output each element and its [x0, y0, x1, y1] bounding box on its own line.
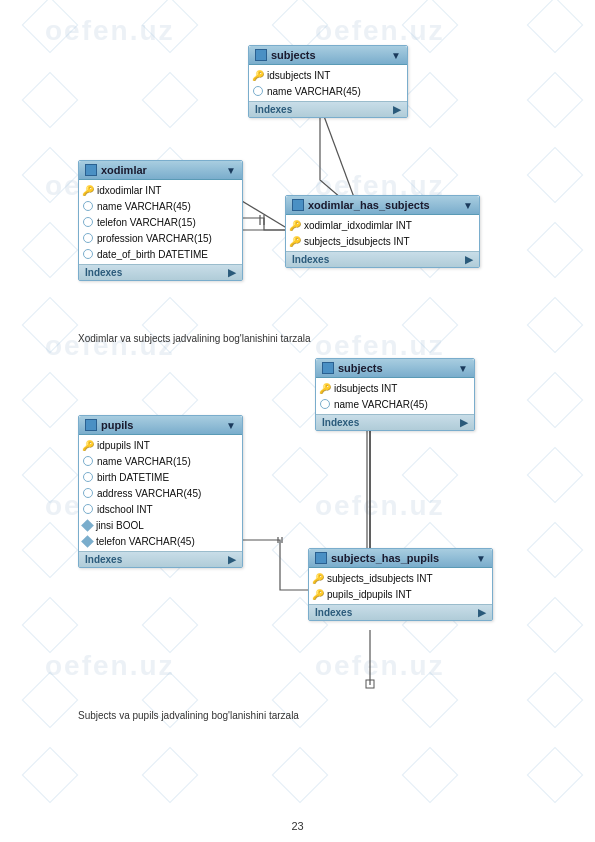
circle-icon-xodimlar-telefon [83, 217, 93, 227]
key-icon-shp-pupils-id: 🔑 [313, 589, 323, 599]
table-xodimlar[interactable]: xodimlar ▼ 🔑 idxodimlar INT name VARCHAR… [78, 160, 243, 281]
field-pupils-jinsi: jinsi BOOL [79, 517, 242, 533]
table-header-xodimlar: xodimlar ▼ [79, 161, 242, 180]
diamond-36 [22, 522, 79, 579]
diamond-33 [272, 447, 329, 504]
key-icon-subjects-mid-id: 🔑 [320, 383, 330, 393]
caption-subjects-pupils: Subjects va pupils jadvalining bog'lanis… [78, 710, 299, 721]
table-icon-xodimlar-has-subjects [292, 199, 304, 211]
table-icon-xodimlar [85, 164, 97, 176]
field-xodimlar-telefon: telefon VARCHAR(15) [79, 214, 242, 230]
svg-rect-11 [366, 680, 374, 688]
circle-icon-pupils-birth [83, 472, 93, 482]
diamond-25 [527, 297, 584, 354]
indexes-subjects-mid[interactable]: Indexes ▶ [316, 414, 474, 430]
field-pupils-birth: birth DATETIME [79, 469, 242, 485]
diamond-51 [22, 747, 79, 804]
indexes-subjects-has-pupils[interactable]: Indexes ▶ [309, 604, 492, 620]
field-subjects-mid-name: name VARCHAR(45) [316, 396, 474, 412]
diamond-24 [402, 297, 459, 354]
diamond-icon-pupils-jinsi [81, 519, 94, 532]
diamond-34 [402, 447, 459, 504]
table-body-subjects-has-pupils: 🔑 subjects_idsubjects INT 🔑 pupils_idpup… [309, 568, 492, 604]
diamond-35 [527, 447, 584, 504]
diamond-42 [142, 597, 199, 654]
field-xhs-subjects-id: 🔑 subjects_idsubjects INT [286, 233, 479, 249]
diamond-49 [402, 672, 459, 729]
table-header-subjects-has-pupils: subjects_has_pupils ▼ [309, 549, 492, 568]
watermark-8: oefen.uz [315, 490, 445, 522]
watermark-9: oefen.uz [45, 650, 175, 682]
table-icon-pupils [85, 419, 97, 431]
table-subjects-has-pupils[interactable]: subjects_has_pupils ▼ 🔑 subjects_idsubje… [308, 548, 493, 621]
indexes-xodimlar[interactable]: Indexes ▶ [79, 264, 242, 280]
table-header-subjects-mid: subjects ▼ [316, 359, 474, 378]
diamond-15 [527, 147, 584, 204]
diamond-45 [527, 597, 584, 654]
diamond-6 [22, 72, 79, 129]
table-title-xodimlar-has-subjects: xodimlar_has_subjects [292, 199, 430, 211]
table-subjects-mid[interactable]: subjects ▼ 🔑 idsubjects INT name VARCHAR… [315, 358, 475, 431]
diamond-55 [527, 747, 584, 804]
key-icon-xhs-xodimlar-id: 🔑 [290, 220, 300, 230]
key-icon-xhs-subjects-id: 🔑 [290, 236, 300, 246]
table-header-pupils: pupils ▼ [79, 416, 242, 435]
table-header-xodimlar-has-subjects: xodimlar_has_subjects ▼ [286, 196, 479, 215]
table-title-subjects-has-pupils: subjects_has_pupils [315, 552, 439, 564]
diamond-23 [272, 297, 329, 354]
table-body-pupils: 🔑 idpupils INT name VARCHAR(15) birth DA… [79, 435, 242, 551]
circle-icon-pupils-idschool [83, 504, 93, 514]
diamond-30 [527, 372, 584, 429]
indexes-xodimlar-has-subjects[interactable]: Indexes ▶ [286, 251, 479, 267]
table-title-pupils: pupils [85, 419, 133, 431]
indexes-arrow-xodimlar: ▶ [228, 267, 236, 278]
diamond-4 [402, 0, 459, 53]
diamond-11 [22, 147, 79, 204]
indexes-pupils[interactable]: Indexes ▶ [79, 551, 242, 567]
field-xodimlar-name: name VARCHAR(45) [79, 198, 242, 214]
diamond-21 [22, 297, 79, 354]
diamond-2 [142, 0, 199, 53]
header-arrow-subjects-has-pupils: ▼ [476, 553, 486, 564]
field-xodimlar-profession: profession VARCHAR(15) [79, 230, 242, 246]
field-subjects-top-name: name VARCHAR(45) [249, 83, 407, 99]
diamond-5 [527, 0, 584, 53]
indexes-subjects-top[interactable]: Indexes ▶ [249, 101, 407, 117]
header-arrow-xodimlar: ▼ [226, 165, 236, 176]
indexes-arrow-pupils: ▶ [228, 554, 236, 565]
diamond-9 [402, 72, 459, 129]
table-pupils[interactable]: pupils ▼ 🔑 idpupils INT name VARCHAR(15)… [78, 415, 243, 568]
table-icon-subjects-top [255, 49, 267, 61]
circle-icon-subjects-top-name [253, 86, 263, 96]
diamond-31 [22, 447, 79, 504]
watermark-1: oefen.uz [45, 15, 175, 47]
table-header-subjects-top: subjects ▼ [249, 46, 407, 65]
table-body-subjects-top: 🔑 idsubjects INT name VARCHAR(45) [249, 65, 407, 101]
table-subjects-top[interactable]: subjects ▼ 🔑 idsubjects INT name VARCHAR… [248, 45, 408, 118]
circle-icon-xodimlar-dob [83, 249, 93, 259]
field-pupils-id: 🔑 idpupils INT [79, 437, 242, 453]
table-xodimlar-has-subjects[interactable]: xodimlar_has_subjects ▼ 🔑 xodimlar_idxod… [285, 195, 480, 268]
header-arrow-pupils: ▼ [226, 420, 236, 431]
field-pupils-name: name VARCHAR(15) [79, 453, 242, 469]
header-arrow-subjects-top: ▼ [391, 50, 401, 61]
table-body-subjects-mid: 🔑 idsubjects INT name VARCHAR(45) [316, 378, 474, 414]
diamond-54 [402, 747, 459, 804]
table-body-xodimlar: 🔑 idxodimlar INT name VARCHAR(45) telefo… [79, 180, 242, 264]
header-arrow-subjects-mid: ▼ [458, 363, 468, 374]
circle-icon-xodimlar-profession [83, 233, 93, 243]
diamond-46 [22, 672, 79, 729]
field-xodimlar-id: 🔑 idxodimlar INT [79, 182, 242, 198]
field-shp-subjects-id: 🔑 subjects_idsubjects INT [309, 570, 492, 586]
field-xhs-xodimlar-id: 🔑 xodimlar_idxodimlar INT [286, 217, 479, 233]
field-pupils-address: address VARCHAR(45) [79, 485, 242, 501]
field-pupils-telefon: telefon VARCHAR(45) [79, 533, 242, 549]
caption-xodimlar-subjects: Xodimlar va subjects jadvalining bog'lan… [78, 333, 311, 344]
indexes-arrow-xhs: ▶ [465, 254, 473, 265]
field-subjects-mid-id: 🔑 idsubjects INT [316, 380, 474, 396]
diamond-16 [22, 222, 79, 279]
table-title-subjects-mid: subjects [322, 362, 383, 374]
field-xodimlar-dob: date_of_birth DATETIME [79, 246, 242, 262]
diamond-22 [142, 297, 199, 354]
circle-icon-pupils-name [83, 456, 93, 466]
